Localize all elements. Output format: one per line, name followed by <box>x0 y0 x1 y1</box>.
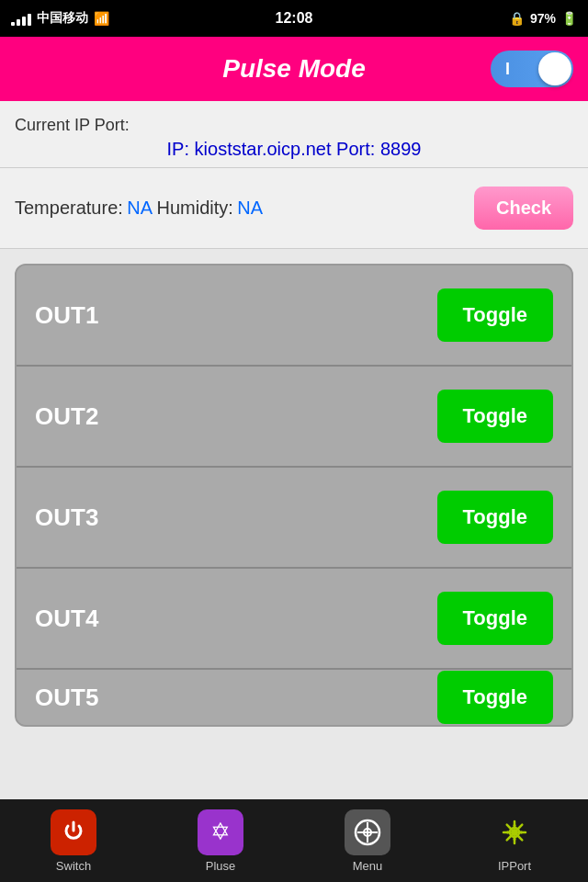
ip-info-section: Current IP Port: IP: kioststar.oicp.net … <box>0 101 588 168</box>
output-row-3: OUT3 Toggle <box>17 468 571 569</box>
output-list: OUT1 Toggle OUT2 Toggle OUT3 Toggle OUT4… <box>15 264 573 727</box>
check-button[interactable]: Check <box>474 187 573 230</box>
humidity-value: NA <box>237 198 263 218</box>
output-row-1: OUT1 Toggle <box>17 266 571 367</box>
toggle-knob <box>538 52 571 85</box>
tab-menu[interactable]: Menu <box>294 799 441 882</box>
ip-address: kioststar.oicp.net <box>195 139 332 159</box>
status-bar-time: 12:08 <box>276 10 313 27</box>
output-label-1: OUT1 <box>35 301 98 330</box>
switch-icon <box>51 809 96 855</box>
tab-pluse[interactable]: ✡ Pluse <box>147 799 294 882</box>
mode-toggle[interactable]: I <box>491 51 573 87</box>
menu-icon <box>345 809 390 855</box>
temperature-value: NA <box>127 198 153 218</box>
signal-icon <box>11 11 31 26</box>
toggle-button-5[interactable]: Toggle <box>437 671 553 724</box>
ip-port-label: Current IP Port: <box>15 116 573 135</box>
output-label-4: OUT4 <box>35 605 98 633</box>
output-row-2: OUT2 Toggle <box>17 367 571 468</box>
output-label-5: OUT5 <box>35 684 98 712</box>
output-row-4: OUT4 Toggle <box>17 569 571 670</box>
port-label: Port: <box>336 139 375 159</box>
header: Pulse Mode I <box>0 37 588 101</box>
ip-label: IP: <box>167 139 189 159</box>
battery-text: 97% <box>530 11 556 26</box>
lock-icon: 🔒 <box>509 11 525 26</box>
page-title: Pulse Mode <box>222 54 366 84</box>
ipport-icon <box>492 809 537 855</box>
toggle-switch-track[interactable]: I <box>491 51 573 87</box>
temperature-label: Temperature: <box>15 198 123 218</box>
tab-ipport[interactable]: IPPort <box>441 799 588 882</box>
tab-switch-label: Switch <box>56 859 91 873</box>
tab-bar: Switch ✡ Pluse Menu <box>0 799 588 882</box>
tab-switch[interactable]: Switch <box>0 799 147 882</box>
toggle-button-1[interactable]: Toggle <box>437 288 553 342</box>
wifi-icon: 📶 <box>94 11 109 26</box>
status-bar-right: 🔒 97% 🔋 <box>509 11 577 26</box>
toggle-button-2[interactable]: Toggle <box>437 390 553 443</box>
ip-value-row: IP: kioststar.oicp.net Port: 8899 <box>15 139 573 160</box>
tab-ipport-label: IPPort <box>498 859 531 873</box>
battery-icon: 🔋 <box>561 11 577 26</box>
status-bar: 中国移动 📶 12:08 🔒 97% 🔋 <box>0 0 588 37</box>
port-value: 8899 <box>380 139 422 159</box>
tab-pluse-label: Pluse <box>206 859 236 873</box>
status-bar-left: 中国移动 📶 <box>11 10 109 27</box>
toggle-button-3[interactable]: Toggle <box>437 491 553 544</box>
pluse-icon: ✡ <box>198 809 243 855</box>
carrier-text: 中国移动 <box>37 10 88 27</box>
sensor-section: Temperature: NA Humidity: NA Check <box>0 168 588 249</box>
output-label-2: OUT2 <box>35 402 98 431</box>
sensor-readings: Temperature: NA Humidity: NA <box>15 198 263 219</box>
tab-menu-label: Menu <box>353 859 383 873</box>
toggle-button-4[interactable]: Toggle <box>437 592 553 645</box>
humidity-label: Humidity: <box>157 198 233 218</box>
output-label-3: OUT3 <box>35 503 98 532</box>
toggle-label: I <box>505 60 510 79</box>
output-row-5: OUT5 Toggle <box>17 670 571 725</box>
